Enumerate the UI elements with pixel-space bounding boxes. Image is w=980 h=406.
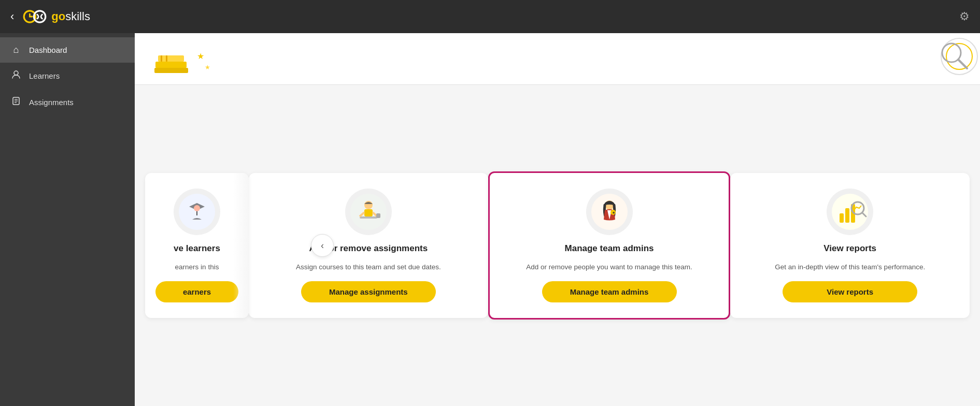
svg-point-21 xyxy=(194,205,200,211)
logo-text: goskills xyxy=(51,10,90,23)
svg-rect-28 xyxy=(376,213,380,218)
dashboard-icon: ⌂ xyxy=(10,45,22,55)
card-illustration-partial xyxy=(174,189,220,235)
header-left: ‹ goskills xyxy=(10,7,90,26)
svg-rect-10 xyxy=(161,55,162,62)
sidebar-label-learners: Learners xyxy=(29,71,60,80)
card-reports: View reports Get an in-depth view of thi… xyxy=(730,173,970,317)
svg-rect-34 xyxy=(840,213,844,223)
card-illustration-reports xyxy=(827,189,873,235)
card-desc-assignments: Assign courses to this team and set due … xyxy=(296,262,441,272)
sidebar-label-assignments: Assignments xyxy=(29,98,74,107)
svg-rect-25 xyxy=(360,216,377,219)
svg-rect-11 xyxy=(166,55,167,62)
svg-rect-9 xyxy=(154,68,188,73)
svg-text:★: ★ xyxy=(612,211,615,214)
sidebar-label-dashboard: Dashboard xyxy=(29,46,67,54)
sidebar-item-dashboard[interactable]: ⌂ Dashboard xyxy=(0,37,135,63)
card-assignments: Add or remove assignments Assign courses… xyxy=(249,173,488,317)
card-title-admins: Manage team admins xyxy=(565,243,654,254)
svg-point-2 xyxy=(14,71,18,75)
card-button-admins[interactable]: Manage team admins xyxy=(542,281,677,302)
svg-line-17 xyxy=(958,60,967,68)
logo-go: go xyxy=(51,10,65,23)
banner: ★ ★ xyxy=(135,33,980,85)
svg-text:★: ★ xyxy=(205,64,210,71)
svg-rect-35 xyxy=(845,208,849,223)
card-illustration-assignments xyxy=(345,189,392,235)
sidebar-item-learners[interactable]: Learners xyxy=(0,63,135,89)
sidebar-item-assignments[interactable]: Assignments xyxy=(0,89,135,115)
card-button-assignments[interactable]: Manage assignments xyxy=(301,281,436,302)
learners-icon xyxy=(10,70,22,82)
header: ‹ goskills ⚙ xyxy=(0,0,980,33)
logo: goskills xyxy=(22,7,90,26)
logo-icon xyxy=(22,7,47,26)
partial-card: ve learners earners in this earners xyxy=(145,173,249,317)
banner-illustration-left: ★ ★ xyxy=(150,38,218,80)
card-desc-admins: Add or remove people you want to manage … xyxy=(526,262,692,272)
partial-card-button[interactable]: earners xyxy=(155,281,238,302)
banner-illustration-right xyxy=(887,33,980,85)
card-title-reports: View reports xyxy=(823,243,876,254)
partial-card-title: ve learners xyxy=(174,243,220,254)
sidebar: ⌂ Dashboard Learners Assignments xyxy=(0,33,135,406)
svg-text:★: ★ xyxy=(197,52,204,61)
main-layout: ⌂ Dashboard Learners Assignments xyxy=(0,33,980,406)
svg-rect-7 xyxy=(155,62,187,68)
content: ★ ★ ‹ xyxy=(135,33,980,406)
partial-card-desc: earners in this xyxy=(175,262,219,272)
cards-section: ‹ ve learners earn xyxy=(135,85,980,406)
svg-rect-24 xyxy=(364,209,373,216)
card-button-reports[interactable]: View reports xyxy=(783,281,917,302)
gear-icon[interactable]: ⚙ xyxy=(959,10,970,23)
assignments-icon xyxy=(10,96,22,108)
prev-button[interactable]: ‹ xyxy=(311,234,334,257)
card-illustration-admins: ★ xyxy=(586,189,633,235)
card-desc-reports: Get an in-depth view of this team's perf… xyxy=(775,262,925,272)
back-button[interactable]: ‹ xyxy=(10,10,14,23)
card-team-admins: ★ Manage team admins Add or remove peopl… xyxy=(488,171,731,319)
logo-skills: skills xyxy=(65,10,90,23)
